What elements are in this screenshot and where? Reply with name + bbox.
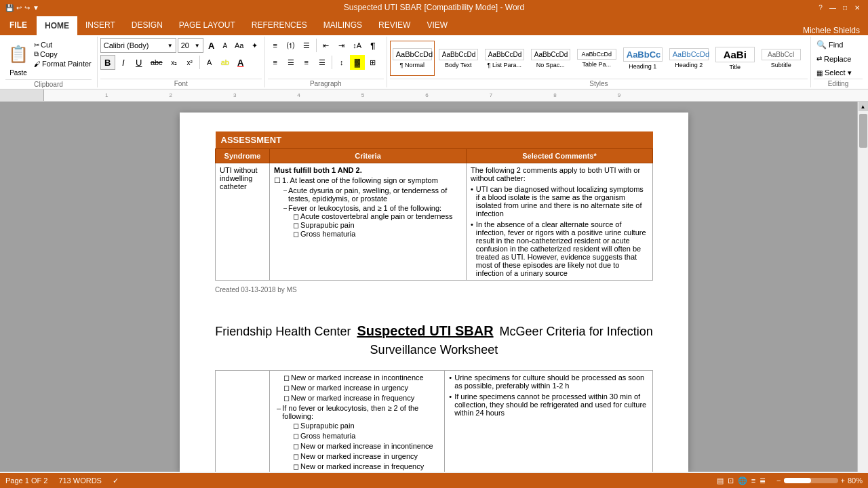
line-spacing-button[interactable]: ↕ [334,55,349,70]
align-center-button[interactable]: ☰ [283,55,298,70]
document-area: ▲ ASSESSMENT Syndrome Criteria Selected … [0,102,868,472]
ruler: 1 2 3 4 5 6 7 8 9 [0,89,868,102]
shading-button[interactable]: ▓ [350,55,365,70]
criteria-cell: Must fulfill both 1 AND 2. ☐ 1. At least… [270,163,467,281]
assessment-table: ASSESSMENT Syndrome Criteria Selected Co… [215,131,653,281]
comments-cell: The following 2 comments apply to both U… [467,163,653,281]
font-grow-button[interactable]: A [205,38,218,53]
close-button[interactable]: ✕ [852,2,863,13]
vertical-scrollbar[interactable]: ▲ [857,102,868,472]
increase-indent-button[interactable]: ⇥ [334,38,349,53]
underline-button[interactable]: U [132,55,146,70]
style-heading2[interactable]: AaBbCcDd Heading 2 [667,41,711,76]
restore-button[interactable]: □ [840,2,850,13]
cut-button[interactable]: ✂ Cut [34,41,92,49]
tab-review[interactable]: REVIEW [370,15,418,35]
bold-button[interactable]: B [100,55,115,70]
font-name-input[interactable]: Calibri (Body)▼ [100,38,176,53]
zoom-level[interactable]: 80% [848,476,863,485]
zoom-out-button[interactable]: − [776,476,781,485]
tab-file[interactable]: FILE [0,15,37,35]
style-list-para[interactable]: AaBbCcDd ¶ List Para... [482,41,527,76]
tab-references[interactable]: REFERENCES [243,15,315,35]
justify-button[interactable]: ☰ [315,55,330,70]
style-subtitle[interactable]: AaBbCcI Subtitle [759,41,804,76]
assessment-header: ASSESSMENT [216,131,653,149]
full-screen-button[interactable]: ⊡ [728,476,734,485]
style-normal[interactable]: AaBbCcDd ¶ Normal [390,41,435,76]
align-left-button[interactable]: ≡ [268,55,283,70]
strikethrough-button[interactable]: abc [147,55,166,70]
word-count: 713 WORDS [58,476,102,485]
tab-view[interactable]: VIEW [418,15,456,35]
minimize-button[interactable]: — [827,2,838,13]
font-group: Calibri (Body)▼ 20▼ A A Aa ✦ B I U abc x… [98,37,265,87]
editing-group: 🔍 Find ⇄ Replace ▦ Select ▾ Editing [811,37,865,87]
document-page: ASSESSMENT Syndrome Criteria Selected Co… [180,113,688,472]
clipboard-group: 📋 Paste ✂ Cut ⧉ Copy 🖌 Format Painter [3,37,98,87]
superscript-button[interactable]: x² [182,55,197,70]
clear-formatting-button[interactable]: ✦ [248,38,262,53]
text-effects-button[interactable]: A [202,55,217,70]
style-body-text[interactable]: AaBbCcDd Body Text [436,41,481,76]
tab-insert[interactable]: INSERT [77,15,123,35]
window-title: Suspected UTI SBAR [Compatibility Mode] … [344,3,525,12]
italic-button[interactable]: I [116,55,131,70]
style-heading1[interactable]: AaBbCc Heading 1 [620,41,665,76]
user-name: Michele Shields [795,26,868,35]
style-title[interactable]: AaBi Title [713,41,757,76]
proofing-icon[interactable]: ✓ [113,476,119,485]
draft-button[interactable]: ≣ [760,476,766,485]
syndrome-cell: UTI without indwelling catheter [216,163,270,281]
bullets-button[interactable]: ≡ [268,38,283,53]
replace-button[interactable]: ⇄ Replace [814,54,863,64]
table-row: UTI without indwelling catheter Must ful… [216,163,653,281]
style-subtle-em[interactable]: AaBbCcI Subtle Em... [805,41,808,76]
outline-button[interactable]: ≡ [751,476,755,485]
sort-button[interactable]: ↕A [350,38,365,53]
numbering-button[interactable]: ⑴ [283,38,298,53]
copy-button[interactable]: ⧉ Copy [34,50,92,58]
zoom-in-button[interactable]: + [841,476,845,485]
show-hide-button[interactable]: ¶ [366,38,380,53]
table-row: ◻New or marked increase in incontinence … [216,371,653,472]
title-bar: 💾 ↩ ↪ ▼ Suspected UTI SBAR [Compatibilit… [0,0,868,15]
styles-group: AaBbCcDd ¶ Normal AaBbCcDd Body Text AaB… [387,37,811,87]
tab-design[interactable]: DESIGN [123,15,171,35]
view-controls: ▤ ⊡ 🌐 ≡ ≣ [717,476,766,485]
web-layout-button[interactable]: 🌐 [738,476,747,485]
style-no-spac[interactable]: AaBbCcDd No Spac... [528,41,573,76]
font-size-input[interactable]: 20▼ [178,38,203,53]
paste-button[interactable]: 📋 Paste [5,38,31,78]
help-button[interactable]: ? [815,2,826,13]
decrease-indent-button[interactable]: ⇤ [319,38,334,53]
criteria-cell-2: ◻New or marked increase in incontinence … [270,371,445,472]
assessment-table-2: ◻New or marked increase in incontinence … [215,370,653,472]
highlight-button[interactable]: ab [218,55,233,70]
tab-mailings[interactable]: MAILINGS [315,15,370,35]
find-button[interactable]: 🔍 Find [814,39,863,51]
quick-access[interactable]: 💾 ↩ ↪ ▼ [5,4,39,12]
multilevel-list-button[interactable]: ☰ [299,38,314,53]
borders-button[interactable]: ⊞ [366,55,380,70]
print-layout-button[interactable]: ▤ [717,476,724,485]
subscript-button[interactable]: x₂ [167,55,182,70]
page2-title: Friendship Health Center Suspected UTI S… [215,321,653,359]
col-criteria: Criteria [270,149,467,163]
zoom-controls: − + 80% [776,476,863,485]
select-button[interactable]: ▦ Select ▾ [814,67,863,79]
font-color-button[interactable]: A [233,55,248,70]
format-painter-button[interactable]: 🖌 Format Painter [34,60,92,68]
align-right-button[interactable]: ≡ [299,55,314,70]
comments-cell-2: •Urine specimens for culture should be p… [445,371,653,472]
tab-page-layout[interactable]: PAGE LAYOUT [171,15,243,35]
status-bar: Page 1 OF 2 713 WORDS ✓ ▤ ⊡ 🌐 ≡ ≣ − + 80… [0,473,868,488]
font-shrink-button[interactable]: A [220,38,231,53]
change-case-button[interactable]: Aa [232,38,247,53]
page-spacer [215,307,653,321]
col-comments: Selected Comments* [467,149,653,163]
page-count: Page 1 OF 2 [5,476,47,485]
style-table-pa[interactable]: AaBbCcDd Table Pa... [574,41,619,76]
col-syndrome: Syndrome [216,149,270,163]
tab-home[interactable]: HOME [37,15,77,35]
